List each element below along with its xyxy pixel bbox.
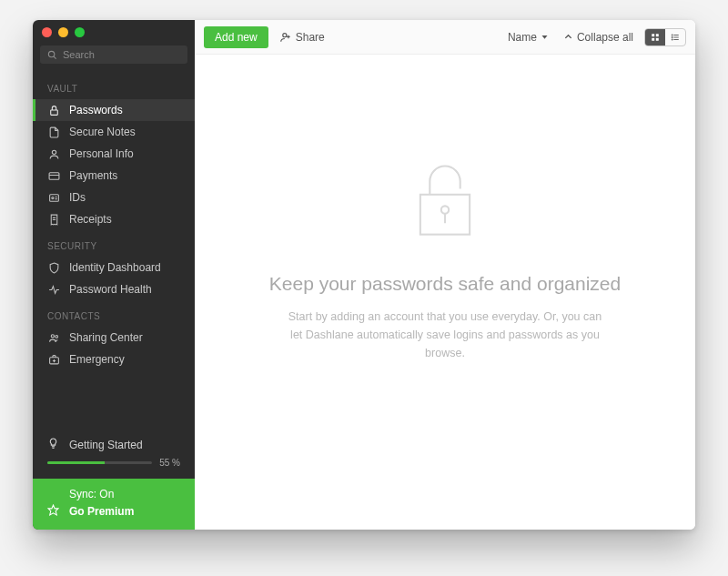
add-new-button[interactable]: Add new [204,26,268,48]
search-icon [47,50,57,60]
grid-icon [651,33,660,42]
svg-point-28 [672,36,672,37]
section-header-security: SECURITY [33,230,195,257]
sidebar-item-receipts[interactable]: Receipts [33,208,195,230]
sidebar-item-password-health[interactable]: Password Health [33,278,195,300]
svg-point-31 [441,206,449,213]
grid-view-button[interactable] [645,29,665,45]
person-icon [47,147,60,160]
svg-point-3 [52,150,56,154]
sync-status[interactable]: Sync: On [47,486,180,502]
lightbulb-icon [47,438,60,452]
sort-label: Name [508,31,537,44]
svg-rect-2 [50,109,57,114]
list-view-button[interactable] [665,29,685,45]
sidebar-item-label: Passwords [69,104,123,116]
lock-icon [47,104,60,116]
go-premium-label: Go Premium [69,505,134,518]
sidebar-item-passwords[interactable]: Passwords [33,99,195,121]
empty-state-subtitle: Start by adding an account that you use … [281,308,609,362]
sidebar-item-label: Receipts [69,213,112,226]
sidebar-item-label: Emergency [69,353,125,366]
search-input[interactable] [63,49,180,60]
go-premium-button[interactable]: Go Premium [47,502,180,520]
credit-card-icon [47,169,60,182]
section-header-contacts: CONTACTS [33,300,195,327]
app-window: VAULT Passwords Secure Notes Personal In… [33,20,695,530]
window-controls [42,27,85,37]
sidebar-item-payments[interactable]: Payments [33,165,195,187]
empty-state: Keep your passwords safe and organized S… [195,55,695,530]
svg-marker-17 [48,505,58,515]
share-button[interactable]: Share [279,31,325,44]
svg-point-12 [51,334,54,337]
people-icon [47,331,60,344]
toolbar: Add new Share Name Collapse all [195,20,695,55]
sidebar-item-personal-info[interactable]: Personal Info [33,143,195,165]
svg-point-18 [282,33,286,36]
getting-started-label: Getting Started [69,439,143,451]
share-person-icon [279,31,292,44]
receipt-icon [47,213,60,226]
collapse-label: Collapse all [577,31,633,44]
collapse-all-button[interactable]: Collapse all [563,31,633,44]
sort-dropdown[interactable]: Name [508,31,552,44]
svg-rect-22 [652,37,654,40]
sidebar-item-secure-notes[interactable]: Secure Notes [33,121,195,143]
sync-status-label: Sync: On [69,488,114,500]
svg-rect-23 [656,37,659,40]
health-pulse-icon [47,283,60,296]
sidebar-item-label: Payments [69,169,117,182]
sidebar-bottom-panel: Sync: On Go Premium [33,479,195,530]
svg-rect-20 [652,34,654,36]
chevron-up-icon [563,32,573,42]
progress-percent-text: 55 % [159,458,180,468]
svg-rect-21 [656,34,659,36]
empty-state-title: Keep your passwords safe and organized [269,273,621,295]
sidebar-item-label: Sharing Center [69,331,143,344]
main-content: Add new Share Name Collapse all [195,20,695,530]
fullscreen-window-button[interactable] [75,27,85,37]
search-container[interactable] [40,45,187,64]
progress-fill [47,461,105,464]
close-window-button[interactable] [42,27,52,37]
getting-started-panel[interactable]: Getting Started 55 % [33,429,195,479]
sidebar-item-identity-dashboard[interactable]: Identity Dashboard [33,257,195,278]
svg-point-27 [672,35,672,35]
svg-point-0 [48,51,54,56]
chevron-down-icon [541,33,549,41]
sidebar-item-emergency[interactable]: Emergency [33,349,195,370]
shield-icon [47,261,60,274]
getting-started-progress-bar [47,461,152,464]
svg-point-13 [55,335,57,338]
empty-lock-icon [406,155,484,242]
sidebar-item-label: Identity Dashboard [69,261,161,274]
svg-point-7 [51,197,53,198]
id-card-icon [47,191,60,204]
svg-rect-4 [49,172,59,179]
svg-point-29 [672,39,672,40]
sidebar-item-label: Password Health [69,283,152,296]
emergency-kit-icon [47,353,60,366]
sidebar-item-sharing-center[interactable]: Sharing Center [33,327,195,349]
sidebar-item-label: Secure Notes [69,126,136,138]
section-header-vault: VAULT [33,73,195,99]
list-icon [671,33,680,42]
note-icon [47,126,60,138]
sidebar-item-label: IDs [69,191,86,204]
sidebar-item-label: Personal Info [69,147,134,160]
view-toggle [644,28,686,46]
sidebar-item-ids[interactable]: IDs [33,187,195,208]
minimize-window-button[interactable] [58,27,68,37]
star-icon [47,504,60,519]
sidebar: VAULT Passwords Secure Notes Personal In… [33,20,195,530]
share-label: Share [296,31,325,44]
svg-line-1 [54,56,56,58]
svg-marker-19 [541,35,547,39]
